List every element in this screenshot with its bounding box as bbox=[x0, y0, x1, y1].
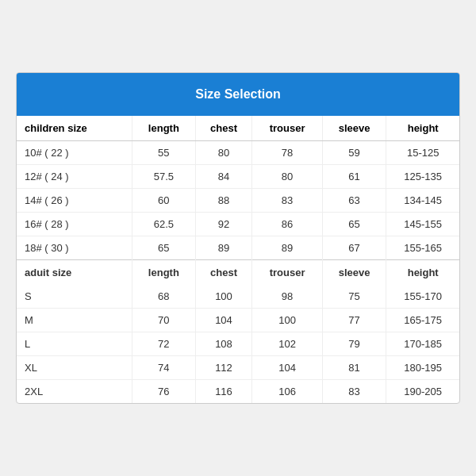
cell-size: 12# ( 24 ) bbox=[17, 165, 132, 189]
table-row: 14# ( 26 )60888363134-145 bbox=[17, 189, 459, 213]
table-row: XL7411210481180-195 bbox=[17, 356, 459, 380]
cell-size: M bbox=[17, 309, 132, 332]
cell-height: 170-185 bbox=[386, 332, 459, 356]
cell-chest: 112 bbox=[195, 356, 252, 380]
cell-length: 57.5 bbox=[132, 165, 195, 189]
cell-height: 155-170 bbox=[386, 285, 459, 309]
cell-sleeve: 79 bbox=[322, 332, 386, 356]
adult-col-sleeve: sleeve bbox=[322, 260, 386, 286]
col-chest-1: chest bbox=[195, 116, 252, 141]
cell-size: L bbox=[17, 332, 132, 356]
cell-sleeve: 67 bbox=[322, 236, 386, 260]
cell-height: 190-205 bbox=[386, 380, 459, 404]
cell-size: 2XL bbox=[17, 380, 132, 404]
cell-chest: 84 bbox=[195, 165, 252, 189]
cell-chest: 80 bbox=[195, 141, 252, 165]
cell-length: 76 bbox=[132, 380, 195, 404]
table-header: Size Selection bbox=[17, 73, 459, 116]
cell-length: 60 bbox=[132, 189, 195, 213]
cell-height: 134-145 bbox=[386, 189, 459, 213]
cell-trouser: 102 bbox=[252, 332, 322, 356]
col-size-children: children size bbox=[17, 116, 132, 141]
cell-length: 65 bbox=[132, 236, 195, 260]
table-row: 12# ( 24 )57.5848061125-135 bbox=[17, 165, 459, 189]
cell-trouser: 89 bbox=[252, 236, 322, 260]
table-row: 10# ( 22 )5580785915-125 bbox=[17, 141, 459, 165]
cell-sleeve: 81 bbox=[322, 356, 386, 380]
adult-col-length: length bbox=[132, 260, 195, 286]
cell-length: 62.5 bbox=[132, 213, 195, 236]
header-title: Size Selection bbox=[195, 87, 281, 101]
children-rows: 10# ( 22 )5580785915-12512# ( 24 )57.584… bbox=[17, 141, 459, 260]
cell-chest: 88 bbox=[195, 189, 252, 213]
cell-trouser: 83 bbox=[252, 189, 322, 213]
cell-chest: 100 bbox=[195, 285, 252, 309]
col-height-1: height bbox=[386, 116, 459, 141]
cell-trouser: 86 bbox=[252, 213, 322, 236]
cell-chest: 89 bbox=[195, 236, 252, 260]
cell-sleeve: 65 bbox=[322, 213, 386, 236]
cell-size: 14# ( 26 ) bbox=[17, 189, 132, 213]
adult-col-height: height bbox=[386, 260, 459, 286]
cell-sleeve: 61 bbox=[322, 165, 386, 189]
adult-size-label: aduit size bbox=[17, 260, 132, 286]
cell-height: 155-165 bbox=[386, 236, 459, 260]
size-table: children size length chest trouser sleev… bbox=[17, 116, 459, 403]
cell-sleeve: 59 bbox=[322, 141, 386, 165]
cell-length: 74 bbox=[132, 356, 195, 380]
col-length-1: length bbox=[132, 116, 195, 141]
col-trouser-1: trouser bbox=[252, 116, 322, 141]
cell-size: 16# ( 28 ) bbox=[17, 213, 132, 236]
cell-height: 165-175 bbox=[386, 309, 459, 332]
cell-size: 18# ( 30 ) bbox=[17, 236, 132, 260]
table-row: S681009875155-170 bbox=[17, 285, 459, 309]
cell-height: 180-195 bbox=[386, 356, 459, 380]
adult-section-header: aduit size length chest trouser sleeve h… bbox=[17, 260, 459, 286]
cell-trouser: 80 bbox=[252, 165, 322, 189]
cell-sleeve: 63 bbox=[322, 189, 386, 213]
col-sleeve-1: sleeve bbox=[322, 116, 386, 141]
cell-size: 10# ( 22 ) bbox=[17, 141, 132, 165]
cell-height: 125-135 bbox=[386, 165, 459, 189]
table-row: 16# ( 28 )62.5928665145-155 bbox=[17, 213, 459, 236]
adult-col-chest: chest bbox=[195, 260, 252, 286]
cell-size: XL bbox=[17, 356, 132, 380]
cell-height: 15-125 bbox=[386, 141, 459, 165]
table-row: L7210810279170-185 bbox=[17, 332, 459, 356]
cell-sleeve: 75 bbox=[322, 285, 386, 309]
cell-sleeve: 77 bbox=[322, 309, 386, 332]
size-selection-container: Size Selection children size length ches… bbox=[16, 72, 460, 404]
cell-length: 68 bbox=[132, 285, 195, 309]
cell-trouser: 106 bbox=[252, 380, 322, 404]
cell-trouser: 104 bbox=[252, 356, 322, 380]
cell-trouser: 78 bbox=[252, 141, 322, 165]
table-row: M7010410077165-175 bbox=[17, 309, 459, 332]
adult-col-trouser: trouser bbox=[252, 260, 322, 286]
cell-trouser: 100 bbox=[252, 309, 322, 332]
cell-sleeve: 83 bbox=[322, 380, 386, 404]
cell-chest: 108 bbox=[195, 332, 252, 356]
table-row: 18# ( 30 )65898967155-165 bbox=[17, 236, 459, 260]
cell-size: S bbox=[17, 285, 132, 309]
cell-chest: 116 bbox=[195, 380, 252, 404]
column-headers: children size length chest trouser sleev… bbox=[17, 116, 459, 141]
cell-height: 145-155 bbox=[386, 213, 459, 236]
cell-length: 72 bbox=[132, 332, 195, 356]
cell-length: 55 bbox=[132, 141, 195, 165]
cell-chest: 92 bbox=[195, 213, 252, 236]
adult-section-row: aduit size length chest trouser sleeve h… bbox=[17, 260, 459, 286]
adult-rows: S681009875155-170M7010410077165-175L7210… bbox=[17, 285, 459, 403]
cell-trouser: 98 bbox=[252, 285, 322, 309]
cell-length: 70 bbox=[132, 309, 195, 332]
table-row: 2XL7611610683190-205 bbox=[17, 380, 459, 404]
cell-chest: 104 bbox=[195, 309, 252, 332]
